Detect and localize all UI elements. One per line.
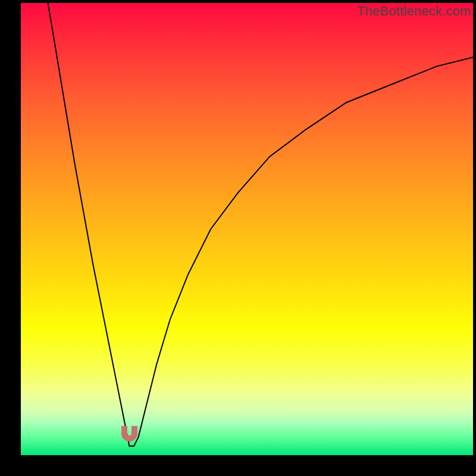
plot-area bbox=[21, 3, 473, 455]
bottleneck-curve-path bbox=[48, 3, 473, 446]
optimal-marker bbox=[121, 426, 137, 442]
image-frame: TheBottleneck.com bbox=[0, 0, 476, 476]
curve-svg bbox=[21, 3, 473, 455]
watermark-text: TheBottleneck.com bbox=[357, 4, 471, 19]
